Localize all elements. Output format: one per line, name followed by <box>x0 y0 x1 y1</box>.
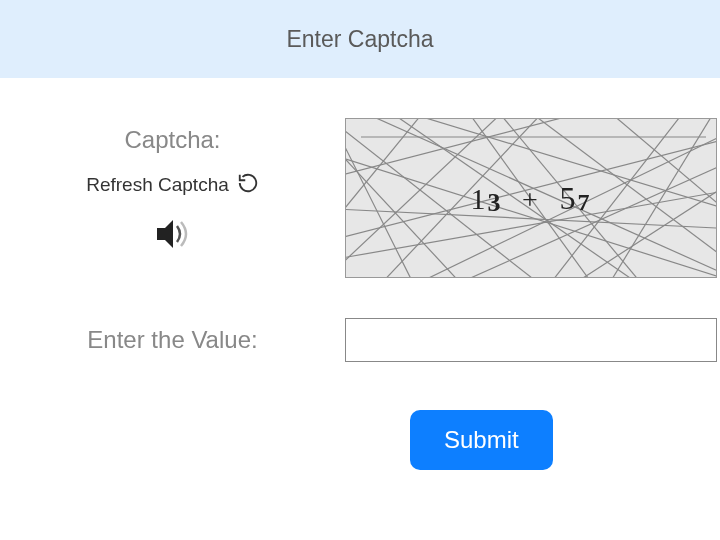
svg-marker-0 <box>157 220 173 248</box>
header: Enter Captcha <box>0 0 720 78</box>
captcha-plus: + <box>522 184 540 215</box>
captcha-digit-4: 7 <box>577 189 591 215</box>
page-title: Enter Captcha <box>286 26 433 53</box>
value-label: Enter the Value: <box>0 326 345 354</box>
captcha-value-input[interactable] <box>345 318 717 362</box>
svg-line-23 <box>606 119 716 278</box>
audio-captcha-button[interactable] <box>153 216 193 256</box>
captcha-row: Captcha: Refresh Captcha <box>0 118 720 278</box>
submit-row: Submit <box>0 410 720 470</box>
value-row: Enter the Value: <box>0 318 720 362</box>
refresh-captcha-label: Refresh Captcha <box>86 174 229 196</box>
captcha-expression: 13 + 57 <box>471 180 592 217</box>
speaker-icon <box>153 238 193 255</box>
svg-line-13 <box>346 119 426 219</box>
captcha-digit-2: 3 <box>488 188 503 217</box>
captcha-image: 13 + 57 <box>345 118 717 278</box>
captcha-label: Captcha: <box>124 126 220 154</box>
value-label-wrap: Enter the Value: <box>0 326 345 354</box>
captcha-right-column: 13 + 57 <box>345 118 720 278</box>
svg-line-5 <box>446 159 717 278</box>
captcha-digit-3: 5 <box>559 180 577 216</box>
submit-button[interactable]: Submit <box>410 410 553 470</box>
captcha-left-column: Captcha: Refresh Captcha <box>0 118 345 256</box>
svg-line-4 <box>346 119 596 179</box>
refresh-captcha-button[interactable]: Refresh Captcha <box>86 172 259 198</box>
content-area: Captcha: Refresh Captcha <box>0 78 720 470</box>
captcha-digit-1: 1 <box>471 182 488 215</box>
refresh-icon <box>237 172 259 198</box>
